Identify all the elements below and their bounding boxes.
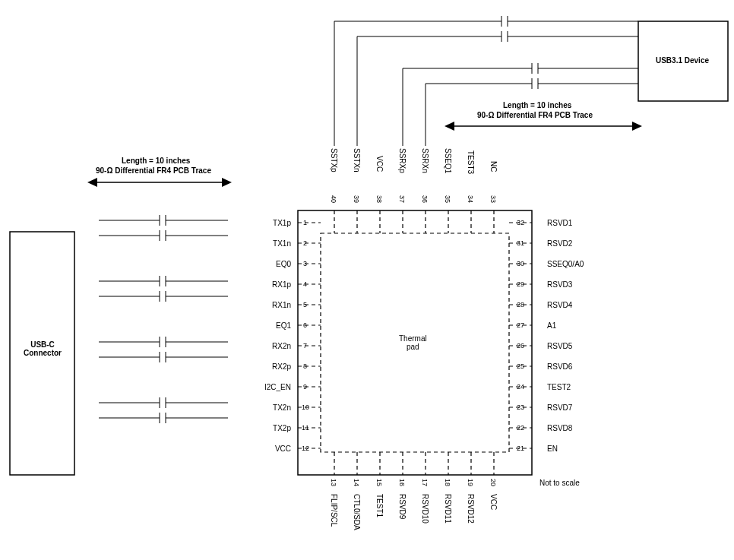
- pin-left-6-name: EQ1: [249, 321, 291, 330]
- pins-bottom-leads: [334, 452, 494, 475]
- pin-right-27-name: A1: [547, 321, 556, 330]
- pin-top-40-num: 40: [330, 195, 337, 203]
- pin-right-29-name: RSVD3: [547, 280, 572, 289]
- pin-left-2-name: TX1n: [249, 239, 291, 248]
- pin-bot-20-name: VCC: [489, 494, 498, 510]
- pin-left-3-name: EQ0: [249, 260, 291, 268]
- right-trace-len: Length = 10 inches: [503, 101, 571, 109]
- pin-bot-19-name: RSVD12: [467, 494, 475, 524]
- pin-left-6-num: 6: [303, 321, 307, 329]
- pin-left-9-name: I2C_EN: [249, 383, 291, 391]
- pin-bot-19-num: 19: [467, 479, 474, 486]
- pin-top-38-num: 38: [375, 195, 383, 203]
- pin-bot-14-name: CTL0/SDA: [353, 494, 361, 530]
- pin-top-35-num: 35: [444, 195, 451, 203]
- svg-marker-1: [87, 178, 97, 187]
- left-caps: [99, 215, 228, 423]
- pin-left-10-name: TX2n: [249, 403, 291, 412]
- pin-left-2-num: 2: [303, 239, 307, 247]
- pin-top-39-num: 39: [353, 195, 360, 203]
- pin-left-4-name: RX1p: [249, 280, 291, 289]
- pin-right-28-name: RSVD4: [547, 301, 572, 309]
- pin-left-8-name: RX2p: [249, 362, 291, 371]
- pin-right-24-num: 24: [517, 383, 524, 391]
- pin-top-33-num: 33: [489, 195, 497, 203]
- pin-right-23-num: 23: [517, 403, 524, 411]
- pin-right-25-name: RSVD6: [547, 362, 572, 371]
- pin-right-22-num: 22: [517, 424, 524, 432]
- pin-right-21-name: EN: [547, 445, 558, 453]
- pin-left-3-num: 3: [303, 260, 307, 267]
- pin-bot-16-num: 16: [398, 479, 406, 486]
- pin-top-36-name: SSRXn: [421, 148, 429, 173]
- svg-marker-5: [632, 122, 642, 131]
- pin-right-29-num: 29: [517, 280, 524, 288]
- pin-left-7-num: 7: [303, 342, 307, 350]
- pins-left-leads: [298, 223, 321, 448]
- pin-left-1-num: 1: [303, 219, 307, 226]
- pin-bot-15-name: TEST1: [375, 494, 384, 517]
- pin-right-31-num: 31: [517, 239, 524, 247]
- pin-top-37-name: SSRXp: [398, 148, 407, 173]
- pin-bot-18-name: RSVD11: [444, 494, 452, 524]
- pin-top-37-num: 37: [398, 195, 406, 203]
- right-arrow: [445, 122, 642, 131]
- pin-top-35-name: SSEQ1: [444, 148, 452, 173]
- pin-bot-16-name: RSVD9: [398, 494, 407, 519]
- left-trace-len: Length = 10 inches: [122, 157, 190, 165]
- pin-left-11-num: 11: [302, 424, 309, 432]
- left-arrow: [87, 178, 232, 187]
- pin-top-40-name: SSTXp: [330, 148, 338, 172]
- pin-right-21-num: 21: [517, 445, 524, 452]
- left-trace-imp: 90-Ω Differential FR4 PCB Trace: [96, 166, 211, 175]
- right-trace-imp: 90-Ω Differential FR4 PCB Trace: [477, 111, 593, 119]
- pins-top-leads: [334, 210, 494, 233]
- pin-bot-17-name: RSVD10: [421, 494, 429, 524]
- usb31-label: USB3.1 Device: [644, 56, 720, 65]
- pin-top-36-num: 36: [421, 195, 429, 203]
- pin-bot-14-num: 14: [353, 479, 360, 486]
- pin-left-1-name: TX1p: [249, 219, 291, 227]
- pin-left-9-num: 9: [303, 383, 307, 391]
- pin-left-12-name: VCC: [249, 445, 291, 453]
- pin-left-7-name: RX2n: [249, 342, 291, 350]
- pin-left-8-num: 8: [303, 362, 307, 370]
- pin-right-26-name: RSVD5: [547, 342, 572, 350]
- pin-right-27-num: 27: [517, 321, 524, 329]
- pin-bot-15-num: 15: [375, 479, 383, 486]
- pin-bot-18-num: 18: [444, 479, 451, 486]
- pin-right-22-name: RSVD8: [547, 424, 572, 432]
- pin-left-12-num: 12: [302, 445, 309, 452]
- pin-right-28-num: 28: [517, 301, 524, 308]
- pin-top-34-num: 34: [467, 195, 474, 203]
- pin-top-39-name: SSTXn: [353, 148, 361, 172]
- pin-bot-20-num: 20: [489, 479, 497, 486]
- pin-right-24-name: TEST2: [547, 383, 571, 391]
- pin-left-5-name: RX1n: [249, 301, 291, 309]
- pin-bot-13-name: FLIP/SCL: [330, 494, 338, 527]
- pin-right-32-num: 32: [517, 219, 524, 226]
- usbc-label: USB-C Connector: [20, 340, 65, 357]
- pin-right-25-num: 25: [517, 362, 524, 370]
- pin-top-33-name: NC: [489, 161, 498, 172]
- pin-right-26-num: 26: [517, 342, 524, 350]
- pin-left-10-num: 10: [302, 403, 309, 411]
- pin-bot-13-num: 13: [330, 479, 337, 486]
- pin-left-5-num: 5: [303, 301, 307, 308]
- pin-right-30-num: 30: [517, 260, 524, 267]
- svg-marker-4: [445, 122, 454, 131]
- diagram-canvas: [0, 0, 734, 560]
- pin-left-4-num: 4: [303, 280, 307, 288]
- pin-bot-17-num: 17: [421, 479, 429, 486]
- pin-right-30-name: SSEQ0/A0: [547, 260, 584, 268]
- pin-right-23-name: RSVD7: [547, 403, 572, 412]
- pins-right-leads: [509, 223, 532, 448]
- pin-left-11-name: TX2p: [249, 424, 291, 432]
- pin-top-34-name: TEST3: [467, 150, 475, 174]
- pin-top-38-name: VCC: [375, 156, 384, 172]
- thermal-pad-label: Thermal pad: [399, 334, 427, 351]
- pin-right-31-name: RSVD2: [547, 239, 572, 248]
- not-to-scale: Not to scale: [539, 479, 580, 487]
- pin-right-32-name: RSVD1: [547, 219, 572, 227]
- svg-marker-2: [222, 178, 232, 187]
